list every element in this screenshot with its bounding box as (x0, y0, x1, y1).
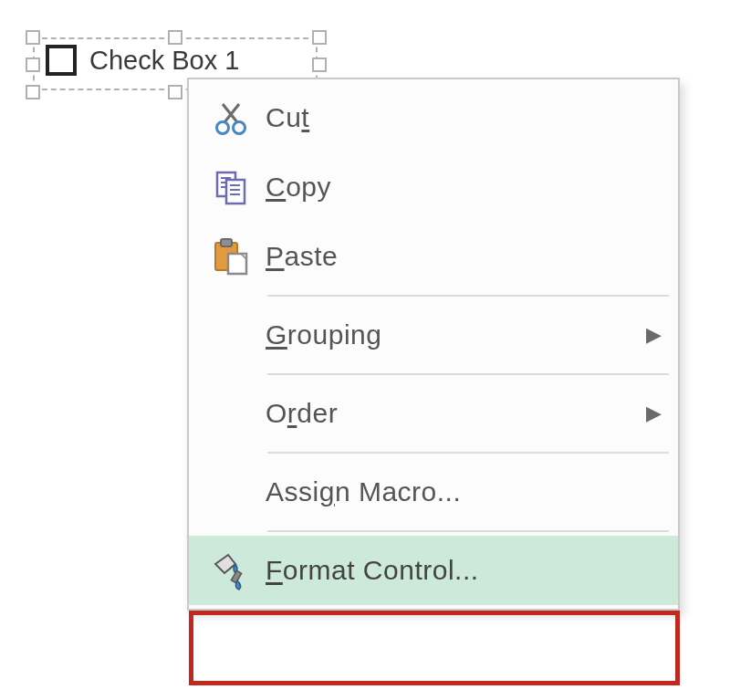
resize-handle-middle-left[interactable] (26, 57, 40, 72)
svg-rect-13 (221, 239, 232, 246)
resize-handle-top-right[interactable] (312, 30, 327, 45)
submenu-arrow-icon: ▶ (625, 402, 662, 425)
svg-line-1 (224, 104, 239, 122)
submenu-arrow-icon: ▶ (625, 323, 662, 347)
menu-item-assign-macro[interactable]: Assign Macro... (189, 457, 678, 527)
resize-handle-top-middle[interactable] (168, 30, 182, 45)
cut-icon (196, 99, 266, 137)
svg-point-2 (217, 122, 229, 134)
menu-separator (267, 452, 669, 454)
menu-item-copy[interactable]: Copy (189, 152, 678, 222)
checkbox-inner: Check Box 1 (46, 45, 239, 76)
menu-item-cut[interactable]: Cut (189, 83, 678, 152)
resize-handle-bottom-middle[interactable] (168, 85, 182, 99)
svg-rect-8 (226, 180, 245, 204)
svg-line-0 (223, 104, 237, 122)
checkbox-box[interactable] (46, 45, 77, 76)
menu-separator (267, 373, 669, 375)
menu-item-paste[interactable]: Paste (189, 222, 678, 291)
svg-marker-16 (215, 555, 235, 573)
resize-handle-middle-right[interactable] (312, 57, 327, 72)
svg-point-3 (234, 122, 245, 134)
menu-separator (267, 295, 669, 297)
resize-handle-top-left[interactable] (26, 30, 40, 45)
context-menu: Cut Copy (187, 78, 680, 611)
menu-label-paste: Paste (266, 241, 625, 272)
checkbox-label: Check Box 1 (89, 46, 239, 76)
paste-icon (196, 235, 266, 277)
annotation-highlight (189, 611, 680, 685)
menu-item-order[interactable]: Order ▶ (189, 379, 678, 448)
menu-separator (267, 530, 669, 532)
menu-item-grouping[interactable]: Grouping ▶ (189, 300, 678, 370)
menu-label-order: Order (266, 398, 625, 429)
format-control-icon (196, 549, 266, 591)
canvas: Check Box 1 Cut (0, 0, 730, 700)
menu-label-format-control: Format Control... (266, 555, 625, 586)
menu-label-assign-macro: Assign Macro... (266, 476, 625, 507)
copy-icon (196, 167, 266, 207)
resize-handle-bottom-left[interactable] (26, 85, 40, 99)
menu-label-cut: Cut (266, 102, 625, 133)
menu-label-grouping: Grouping (266, 319, 625, 350)
menu-label-copy: Copy (266, 172, 625, 203)
menu-item-format-control[interactable]: Format Control... (189, 536, 678, 605)
